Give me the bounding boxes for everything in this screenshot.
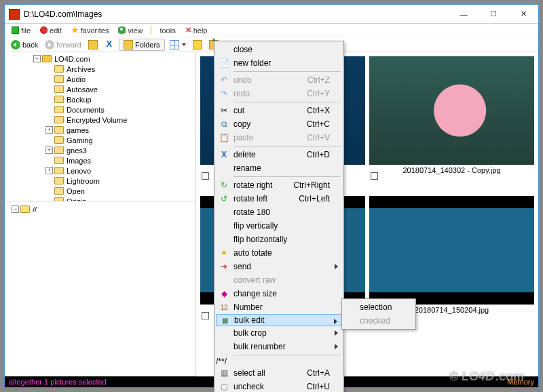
tree-item[interactable]: Archives [6,64,194,74]
forward-button[interactable]: forward [43,39,83,50]
tree-item[interactable]: Documents [6,104,194,115]
favorites-root[interactable]: −// [7,204,193,214]
folder-icon [54,75,64,83]
tree-item[interactable]: +gnes3 [6,145,194,155]
thumbnail-checkbox[interactable] [202,172,209,180]
effects-button[interactable] [191,39,204,50]
menu-file[interactable]: file [9,26,33,35]
tree-item-label: Gaming [67,136,93,144]
folder-icon [54,106,64,113]
tree-item[interactable]: Origin [6,196,194,201]
tree-item[interactable]: +games [6,125,194,135]
ctx-separator [233,146,341,146]
thumbnail-checkbox[interactable] [371,172,378,180]
ctx-redo[interactable]: ↷redoCtrl+Y [216,87,342,100]
ctx-new-folder[interactable]: 📄new folder [216,56,342,70]
ctx-flip-vertical[interactable]: flip vertically [216,219,342,233]
tree-item[interactable]: Backup [6,94,194,104]
context-menu[interactable]: close 📄new folder ↶undoCtrl+Z ↷redoCtrl+… [214,41,344,392]
ctx-delete[interactable]: XdeleteCtrl+D [216,148,342,161]
tree-item[interactable]: Gaming [6,135,194,145]
star-icon [71,26,79,34]
tree-item-label: Documents [67,106,105,114]
cut-icon: ✂ [217,106,231,115]
collapse-icon[interactable]: − [12,205,19,213]
select-all-icon: ▦ [217,368,231,378]
send-icon: ➜ [217,262,231,271]
minimize-button[interactable]: — [449,5,479,24]
ctx-uncheck[interactable]: ▢uncheckCtrl+U [216,380,342,392]
ctx-bulk-crop[interactable]: bulk crop [216,326,342,340]
maximize-button[interactable]: ☐ [479,5,508,24]
tree-item[interactable]: Audio [6,74,194,84]
delete-button[interactable]: X [102,39,116,50]
folders-toggle-button[interactable]: Folders [119,39,165,51]
folder-icon [54,177,64,184]
ctx-number[interactable]: 12Number [216,300,342,314]
back-button[interactable]: back [9,39,40,50]
tree-item[interactable]: Encrypted Volume [6,115,194,125]
ctx-close[interactable]: close [216,43,342,56]
favorites-tree[interactable]: −// [5,201,195,376]
ctx-rotate-left[interactable]: ↺rotate leftCtrl+Left [216,192,342,205]
tree-root[interactable]: −LO4D.com [6,54,194,64]
ctx-auto-rotate[interactable]: ✦auto totate [216,246,342,260]
thumbnail-cell[interactable]: 20180714_140302 - Copy.jpg [369,56,534,192]
ctx-cut[interactable]: ✂cutCtrl+X [216,104,342,117]
ctx-separator [233,71,341,72]
x-icon: X [105,40,114,50]
expand-icon[interactable]: + [45,167,53,174]
help-icon: ✕ [185,26,191,35]
menu-favorites[interactable]: favorites [69,26,112,35]
ctx-rotate-180[interactable]: rotate 180 [216,205,342,219]
redo-icon: ↷ [217,89,231,98]
menu-tools[interactable]: tools [157,26,178,35]
undo-icon: ↶ [217,75,231,85]
expand-icon[interactable]: + [45,146,53,154]
thumbnail-checkbox[interactable] [202,312,209,319]
ctx-convert-raw[interactable]: convert raw [216,273,342,287]
ctx-flip-horizontal[interactable]: flip horizontally [216,233,342,246]
ctx-rename[interactable]: rename [216,161,342,175]
menu-edit[interactable]: edit [37,26,64,35]
ctx-select-all[interactable]: ▦select allCtrl+A [216,366,342,380]
tree-item[interactable]: Images [6,155,194,165]
folder-tree[interactable]: −LO4D.com ArchivesAudioAutosaveBackupDoc… [5,52,195,201]
collapse-icon[interactable]: − [33,55,41,62]
file-icon [12,26,19,34]
expand-icon[interactable]: + [45,126,53,134]
ctx-paste[interactable]: 📋pasteCtrl+V [216,131,342,144]
open-folder-button[interactable] [86,39,100,50]
submenu-bulk-edit[interactable]: selection checked [341,298,416,330]
ctx-bulk-edit[interactable]: ▦bulk edit [216,314,342,326]
ctx-undo[interactable]: ↶undoCtrl+Z [216,73,342,87]
folder-icon [54,126,64,134]
thumbnail-image[interactable] [369,56,534,165]
tree-item[interactable]: +Lenovo [6,165,194,176]
folder-open-icon [88,40,98,50]
close-button[interactable]: ✕ [508,5,538,24]
menu-help[interactable]: ✕help [183,25,210,35]
tree-item-label: Lightroom [67,177,100,185]
menu-separator [151,26,151,35]
tree-item[interactable]: Autosave [6,84,194,94]
ctx-rotate-right[interactable]: ↻rotate rightCtrl+Right [216,178,342,192]
view-mode-button[interactable] [168,39,188,50]
folder-icon [42,55,52,62]
ctx-copy[interactable]: ⧉copyCtrl+C [216,117,342,131]
submenu-checked[interactable]: checked [343,314,414,328]
thumbnail-caption: 20180714_140302 - Copy.jpg [369,166,534,174]
tree-item[interactable]: Open [6,186,194,196]
submenu-selection[interactable]: selection [343,300,414,314]
ctx-bulk-renumber[interactable]: bulk renumber [216,340,342,353]
tree-item-label: Autosave [67,85,98,94]
tree-item[interactable]: Lightroom [6,176,194,186]
ctx-send[interactable]: ➜send [216,260,342,273]
thumbnail-image[interactable] [369,196,534,305]
folder-icon [54,85,64,93]
bulk-edit-icon: ▦ [218,317,231,324]
menu-view[interactable]: view [115,26,145,35]
folder-icon [20,205,30,213]
folder-icon [54,157,64,164]
ctx-change-size[interactable]: ◆change size [216,287,342,300]
